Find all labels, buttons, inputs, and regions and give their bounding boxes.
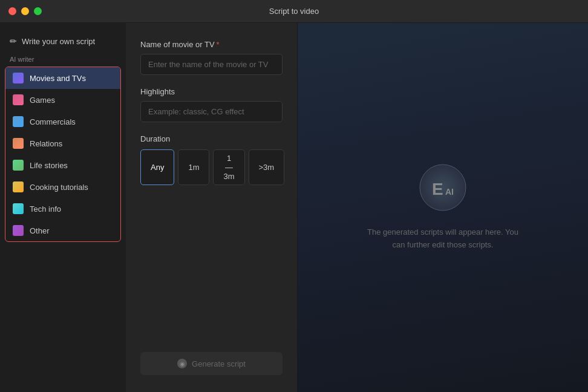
generate-icon: ◉ xyxy=(177,359,187,368)
highlights-field-group: Highlights xyxy=(140,87,283,122)
center-panel: Name of movie or TV * Highlights Duratio… xyxy=(126,23,298,392)
sidebar: ✏ Write your own script AI writer Movies… xyxy=(0,23,126,392)
techinfo-icon xyxy=(13,203,24,214)
sidebar-item-cooking[interactable]: Cooking tutorials xyxy=(5,176,120,198)
other-icon xyxy=(13,225,24,236)
write-script-button[interactable]: ✏ Write your own script xyxy=(0,33,126,53)
minimize-button[interactable] xyxy=(21,7,29,15)
generate-script-button[interactable]: ◉ Generate script xyxy=(140,352,283,375)
movies-icon xyxy=(13,73,24,83)
ai-placeholder-text: The generated scripts will appear here. … xyxy=(364,226,521,252)
duration-section: Duration Any1m1—3m>3m xyxy=(140,134,283,185)
highlights-label: Highlights xyxy=(140,87,283,96)
name-label: Name of movie or TV * xyxy=(140,40,283,49)
duration-buttons: Any1m1—3m>3m xyxy=(140,149,283,185)
name-input[interactable] xyxy=(140,54,283,75)
sidebar-item-lifestories[interactable]: Life stories xyxy=(5,154,120,176)
games-label: Games xyxy=(30,96,55,105)
maximize-button[interactable] xyxy=(34,7,42,15)
relations-icon xyxy=(13,138,24,149)
write-script-label: Write your own script xyxy=(22,37,95,46)
ai-writer-label: AI writer xyxy=(0,53,126,67)
commercials-label: Commercials xyxy=(30,117,76,126)
name-field-group: Name of movie or TV * xyxy=(140,40,283,75)
window-title: Script to video xyxy=(269,7,319,16)
sidebar-item-techinfo[interactable]: Tech info xyxy=(5,198,120,220)
sidebar-item-games[interactable]: Games xyxy=(5,89,120,111)
duration-btn-3m[interactable]: >3m xyxy=(249,149,285,185)
svg-text:E: E xyxy=(432,180,443,198)
sidebar-item-movies[interactable]: Movies and TVs xyxy=(5,67,120,89)
games-icon xyxy=(13,94,24,105)
duration-btn-Any[interactable]: Any xyxy=(140,149,174,185)
relations-label: Relations xyxy=(30,139,62,148)
sidebar-menu: Movies and TVsGamesCommercialsRelationsL… xyxy=(5,67,121,242)
cooking-label: Cooking tutorials xyxy=(30,183,88,192)
pencil-icon: ✏ xyxy=(10,36,17,46)
lifestories-icon xyxy=(13,160,24,171)
titlebar: Script to video xyxy=(0,0,588,23)
techinfo-label: Tech info xyxy=(30,204,61,214)
window-controls xyxy=(8,7,42,15)
cooking-icon xyxy=(13,181,24,192)
generate-btn-area: ◉ Generate script xyxy=(140,340,283,375)
required-star: * xyxy=(217,40,220,49)
main-content: ✏ Write your own script AI writer Movies… xyxy=(0,23,588,392)
duration-btn-1m[interactable]: 1m xyxy=(178,149,209,185)
ai-logo: E AI xyxy=(419,163,467,212)
sidebar-item-other[interactable]: Other xyxy=(5,220,120,241)
close-button[interactable] xyxy=(8,7,16,15)
highlights-input[interactable] xyxy=(140,101,283,122)
lifestories-label: Life stories xyxy=(30,161,68,170)
duration-btn-13m[interactable]: 1—3m xyxy=(213,149,244,185)
generate-label: Generate script xyxy=(192,359,246,368)
movies-label: Movies and TVs xyxy=(30,74,86,83)
svg-text:AI: AI xyxy=(445,187,454,197)
sidebar-item-relations[interactable]: Relations xyxy=(5,132,120,154)
right-panel: E AI The generated scripts will appear h… xyxy=(298,23,588,392)
commercials-icon xyxy=(13,116,24,127)
other-label: Other xyxy=(30,226,50,235)
duration-label: Duration xyxy=(140,134,283,143)
sidebar-item-commercials[interactable]: Commercials xyxy=(5,111,120,132)
